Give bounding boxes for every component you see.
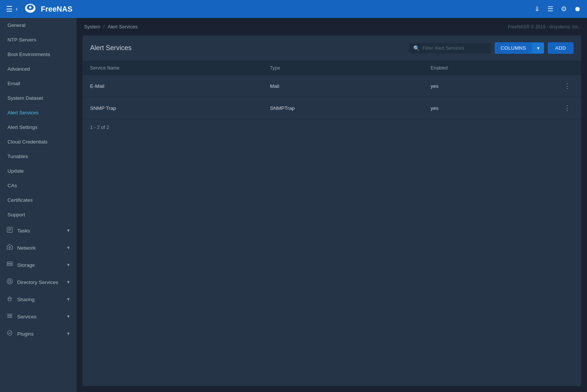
- sidebar-label-tunables: Tunables: [7, 154, 28, 159]
- row-menu-button-1[interactable]: ⋮: [561, 102, 574, 114]
- sidebar-item-system-dataset[interactable]: System Dataset: [0, 91, 77, 105]
- sidebar-item-storage[interactable]: Storage ▼: [0, 256, 77, 274]
- plugins-icon: [6, 330, 13, 338]
- freenas-logo-icon: [24, 2, 37, 16]
- sidebar-label-email: Email: [7, 81, 20, 86]
- search-box[interactable]: 🔍: [409, 43, 491, 53]
- sidebar-item-network[interactable]: Network ▼: [0, 239, 77, 256]
- cell-service-name-1: SNMP Trap: [83, 97, 262, 119]
- search-input[interactable]: [423, 45, 486, 51]
- sidebar-item-advanced[interactable]: Advanced: [0, 62, 77, 76]
- sidebar-label-sharing: Sharing: [17, 297, 35, 302]
- cell-type-0: Mail: [262, 75, 423, 97]
- sidebar-label-support: Support: [7, 212, 25, 217]
- svg-rect-13: [7, 314, 12, 315]
- svg-rect-14: [7, 315, 12, 316]
- sidebar-label-plugins: Plugins: [17, 331, 34, 337]
- sidebar-item-ntp-servers[interactable]: NTP Servers: [0, 33, 77, 47]
- table-row: SNMP Trap SNMPTrap yes ⋮: [83, 97, 581, 119]
- sidebar-item-directory-services[interactable]: Directory Services ▼: [0, 274, 77, 291]
- row-menu-button-0[interactable]: ⋮: [561, 80, 574, 92]
- cell-type-1: SNMPTrap: [262, 97, 423, 119]
- sidebar-item-services[interactable]: Services ▼: [0, 308, 77, 325]
- tasks-arrow-icon: ▼: [66, 228, 71, 233]
- sidebar-item-email[interactable]: Email: [0, 76, 77, 91]
- sidebar-label-update: Update: [7, 168, 24, 174]
- network-arrow-icon: ▼: [66, 245, 71, 250]
- sidebar-item-tunables[interactable]: Tunables: [0, 149, 77, 164]
- network-icon: [6, 244, 13, 252]
- sidebar-item-alert-services[interactable]: Alert Services: [0, 105, 77, 120]
- cell-actions-0: ⋮: [553, 75, 581, 97]
- sidebar-item-alert-settings[interactable]: Alert Settings: [0, 120, 77, 135]
- table-header: Service Name Type Enabled: [83, 61, 581, 75]
- main-content: System / Alert Services FreeNAS® © 2019 …: [77, 18, 587, 392]
- col-header-type: Type: [262, 61, 423, 75]
- download-icon[interactable]: ⇓: [534, 5, 540, 13]
- table-row: E-Mail Mail yes ⋮: [83, 75, 581, 97]
- sidebar-item-cas[interactable]: CAs: [0, 178, 77, 193]
- sidebar-item-sharing[interactable]: Sharing ▼: [0, 291, 77, 308]
- sidebar-label-alert-services: Alert Services: [7, 110, 38, 115]
- copyright-text: FreeNAS® © 2019 - iXsystems, Inc.: [508, 24, 580, 30]
- columns-main-button[interactable]: COLUMNS: [495, 42, 532, 54]
- hamburger-menu-icon[interactable]: ☰: [6, 4, 13, 13]
- sidebar-item-certificates[interactable]: Certificates: [0, 193, 77, 207]
- sidebar-label-directory-services: Directory Services: [17, 280, 58, 285]
- svg-rect-15: [7, 317, 12, 318]
- breadcrumb-parent[interactable]: System: [84, 24, 100, 30]
- svg-point-2: [29, 6, 31, 9]
- header-icons: ⇓ ☰ ⚙ ⏺: [534, 5, 581, 13]
- sidebar-label-boot-environments: Boot Environments: [7, 52, 50, 57]
- breadcrumb-current: Alert Services: [108, 24, 138, 30]
- sidebar-label-ntp-servers: NTP Servers: [7, 37, 36, 43]
- top-header: ☰ ‹ FreeNAS ⇓ ☰ ⚙ ⏺: [0, 0, 587, 18]
- card-header: Alert Services 🔍 COLUMNS ▼ ADD: [83, 36, 581, 61]
- col-header-actions: [553, 61, 581, 75]
- sidebar-label-storage: Storage: [17, 262, 35, 268]
- sidebar-label-services: Services: [17, 314, 37, 320]
- svg-rect-9: [7, 264, 12, 266]
- cell-actions-1: ⋮: [553, 97, 581, 119]
- directory-services-icon: [6, 278, 13, 286]
- pagination: 1 - 2 of 2: [83, 119, 581, 135]
- svg-point-11: [9, 280, 11, 283]
- sharing-arrow-icon: ▼: [66, 297, 71, 302]
- columns-button[interactable]: COLUMNS ▼: [495, 42, 544, 54]
- sidebar-item-update[interactable]: Update: [0, 164, 77, 178]
- sidebar-label-general: General: [7, 22, 25, 28]
- plugins-arrow-icon: ▼: [66, 331, 71, 336]
- sidebar-item-support[interactable]: Support: [0, 207, 77, 222]
- bell-icon[interactable]: ☰: [547, 5, 553, 13]
- sidebar-item-plugins[interactable]: Plugins ▼: [0, 325, 77, 342]
- breadcrumb-separator: /: [103, 24, 105, 30]
- sidebar-item-cloud-credentials[interactable]: Cloud Credentials: [0, 135, 77, 149]
- sidebar-label-cloud-credentials: Cloud Credentials: [7, 139, 47, 145]
- search-icon: 🔍: [413, 45, 420, 51]
- columns-dropdown-button[interactable]: ▼: [532, 43, 544, 53]
- sidebar-item-general[interactable]: General: [0, 18, 77, 33]
- card-title: Alert Services: [90, 44, 132, 52]
- sidebar-item-tasks[interactable]: Tasks ▼: [0, 222, 77, 239]
- cell-service-name-0: E-Mail: [83, 75, 262, 97]
- back-icon[interactable]: ‹: [16, 6, 18, 12]
- svg-point-10: [7, 279, 12, 284]
- cell-enabled-1: yes: [423, 97, 553, 119]
- sidebar: General NTP Servers Boot Environments Ad…: [0, 18, 77, 392]
- sidebar-label-tasks: Tasks: [17, 228, 30, 234]
- power-icon[interactable]: ⏺: [574, 5, 581, 13]
- sidebar-label-system-dataset: System Dataset: [7, 95, 43, 101]
- data-table: Service Name Type Enabled E-Mail Mail ye…: [83, 61, 581, 119]
- pagination-text: 1 - 2 of 2: [90, 124, 109, 130]
- table-body: E-Mail Mail yes ⋮ SNMP Trap SNMPTrap yes…: [83, 75, 581, 119]
- logo-area: FreeNAS: [24, 2, 534, 16]
- sidebar-item-boot-environments[interactable]: Boot Environments: [0, 47, 77, 62]
- cell-enabled-0: yes: [423, 75, 553, 97]
- settings-icon[interactable]: ⚙: [561, 5, 567, 13]
- services-icon: [6, 312, 13, 321]
- svg-rect-12: [8, 299, 11, 301]
- col-header-enabled: Enabled: [423, 61, 553, 75]
- sidebar-label-certificates: Certificates: [7, 197, 33, 203]
- col-header-service-name: Service Name: [83, 61, 262, 75]
- add-button[interactable]: ADD: [548, 42, 574, 54]
